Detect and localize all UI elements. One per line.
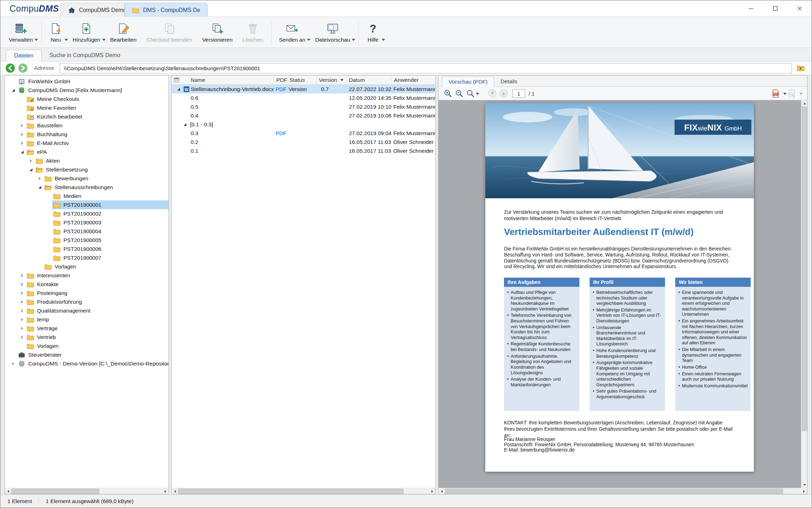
collapse-icon[interactable] — [27, 168, 35, 171]
tree-item-pst201900007[interactable]: PST201900007 — [5, 253, 168, 262]
preview-vertical-scrollbar[interactable] — [801, 100, 807, 488]
tree-item-body[interactable]: ePA — [26, 147, 168, 156]
tree-item-body[interactable]: FixWieNix GmbH — [17, 77, 168, 86]
expand-icon[interactable] — [19, 327, 26, 330]
dateivorschau-button[interactable]: Dateivorschau — [311, 19, 356, 47]
tree-item-body[interactable]: Stellenausschreibungen — [43, 183, 168, 192]
window-tab-compudms-demo[interactable]: CompuDMS Demo — [60, 3, 134, 17]
zoom-dropdown-icon[interactable] — [476, 93, 479, 95]
tab-suche[interactable]: Suche in CompuDMS Demo — [42, 49, 128, 61]
tree-item-pst201900004[interactable]: PST201900004 — [5, 227, 168, 236]
collapse-icon[interactable] — [177, 85, 180, 93]
tree-item-medien[interactable]: Medien — [5, 192, 168, 200]
expand-icon[interactable] — [27, 159, 35, 163]
tree-item-body[interactable]: temp — [26, 315, 168, 324]
panel-splitter[interactable] — [169, 75, 171, 495]
tree-item-buchhaltung[interactable]: Buchhaltung — [5, 130, 168, 139]
tree-item-body[interactable]: CompuDMS Demo [Felix Mustermann] — [17, 86, 168, 95]
tree-item-interessenten[interactable]: Interessenten — [5, 271, 168, 280]
maximize-button[interactable] — [763, 0, 787, 17]
version-row-0-4[interactable]: 0.427.02.2019 10:08Felix Mustermann — [172, 111, 435, 120]
page-number-input[interactable] — [512, 89, 525, 98]
column-header-name[interactable]: Name — [189, 75, 274, 85]
tree-item-body[interactable]: PST201900006 — [52, 244, 168, 253]
tree-item-body[interactable]: E-Mail Archiv — [26, 139, 168, 147]
pdf-export-dropdown-icon[interactable] — [783, 93, 787, 95]
versionieren-button[interactable]: Versionieren — [198, 19, 238, 47]
tree-item-pst201900006[interactable]: PST201900006 — [5, 244, 168, 253]
address-input[interactable]: \\CompuDMS Demo\ePA\Stellenbesetzung\Ste… — [60, 63, 792, 73]
tree-item-vertrieb[interactable]: Vertrieb — [5, 333, 168, 341]
expand-icon[interactable] — [19, 124, 26, 127]
tree-item-epa[interactable]: ePA — [5, 147, 168, 156]
expand-icon[interactable] — [19, 335, 26, 339]
window-tab-dms[interactable]: DMS - CompuDMS De — [124, 3, 208, 17]
tree-item-e-mail-archiv[interactable]: E-Mail Archiv — [5, 139, 168, 147]
expand-icon[interactable] — [19, 318, 26, 321]
zoom-in-icon[interactable] — [443, 89, 453, 98]
tab-dateien[interactable]: Dateien — [6, 50, 42, 61]
tree-item-k-rzlich-bearbeitet[interactable]: Kürzlich bearbeitet — [5, 112, 168, 121]
column-header-version[interactable]: Version — [317, 75, 347, 85]
tree-item-kontakte[interactable]: Kontakte — [5, 280, 168, 289]
tree-selection[interactable]: PST201900001 — [52, 200, 168, 209]
version-row-0-1[interactable]: 0.116.05.2017 11:03Oliver Schneider — [172, 146, 435, 155]
scroll-thumb[interactable] — [11, 489, 99, 494]
tree-item-body[interactable]: Medien — [52, 192, 168, 200]
tree-item-pst201900005[interactable]: PST201900005 — [5, 236, 168, 244]
minimize-button[interactable] — [739, 0, 763, 17]
scroll-right-icon[interactable] — [429, 488, 435, 494]
column-header-anwender[interactable]: Anwender — [392, 75, 435, 85]
preview-horizontal-scrollbar[interactable] — [438, 488, 807, 494]
hilfe-button[interactable]: ? Hilfe — [362, 19, 386, 47]
tree-item-body[interactable]: Produktvorführung — [26, 297, 168, 306]
tree-item-steuerberater[interactable]: Steuerberater — [5, 350, 168, 359]
zoom-out-icon[interactable] — [455, 89, 464, 98]
column-header-pdf[interactable]: PDF — [274, 75, 287, 85]
tree-item-qualit-tsmanagement[interactable]: Qualitätsmanagement — [5, 306, 168, 315]
scroll-thumb[interactable] — [178, 489, 404, 494]
scroll-thumb[interactable] — [445, 489, 783, 494]
version-row-0-5[interactable]: 0.527.02.2019 10:10Felix Mustermann — [172, 102, 435, 111]
tree-item-body[interactable]: Vertrieb — [26, 333, 168, 341]
grid-icon[interactable] — [172, 75, 189, 85]
column-header-status[interactable]: Status — [287, 75, 317, 85]
verwalten-button[interactable]: Verwalten — [5, 19, 38, 47]
tree-item-body[interactable]: PST201900003 — [52, 218, 168, 227]
neu-button[interactable]: Neu — [44, 19, 68, 47]
tree-item-body[interactable]: Akten — [35, 156, 168, 165]
tree-item-vorlagen[interactable]: Vorlagen — [5, 262, 168, 271]
tree-item-akten[interactable]: Akten — [5, 156, 168, 165]
scroll-right-icon[interactable] — [162, 488, 168, 494]
expand-icon[interactable] — [36, 177, 43, 180]
pdf-link[interactable]: PDF — [276, 85, 287, 93]
tree-item-body[interactable]: Bewerbungen — [43, 174, 168, 183]
version-group-row[interactable]: [0.1 - 0.3] — [172, 120, 435, 129]
tree-item-body[interactable]: Qualitätsmanagement — [26, 306, 168, 315]
scroll-left-icon[interactable] — [172, 488, 178, 494]
tree-item-meine-favoriten[interactable]: Meine Favoriten — [5, 103, 168, 112]
tree-horizontal-scrollbar[interactable] — [5, 488, 168, 494]
up-level-button[interactable] — [795, 63, 807, 73]
tree-item-fixwienix-gmbh[interactable]: FixWieNix GmbH — [5, 77, 168, 86]
expand-icon[interactable] — [19, 141, 26, 145]
version-row-0-6[interactable]: 0.612.05.2020 14:35Felix Mustermann — [172, 93, 435, 102]
back-button[interactable] — [5, 63, 15, 73]
panel-splitter[interactable] — [436, 75, 438, 495]
tab-details[interactable]: Details — [494, 76, 523, 86]
tree-item-body[interactable]: PST201900005 — [52, 236, 168, 244]
tree-item-body[interactable]: Vorlagen — [26, 341, 168, 350]
list-horizontal-scrollbar[interactable] — [172, 488, 435, 494]
bearbeiten-button[interactable]: Bearbeiten — [106, 19, 142, 47]
forward-button[interactable] — [18, 63, 28, 73]
scroll-left-icon[interactable] — [5, 488, 11, 494]
tree-item-produktvorf-hrung[interactable]: Produktvorführung — [5, 297, 168, 306]
collapse-icon[interactable] — [19, 151, 26, 153]
collapse-icon[interactable] — [10, 89, 17, 92]
scroll-down-icon[interactable] — [801, 482, 807, 488]
zoom-mode-icon[interactable] — [466, 89, 475, 98]
tree-item-body[interactable]: Buchhaltung — [26, 130, 168, 139]
tree-item-body[interactable]: Kontakte — [26, 280, 168, 289]
tree-item-baustellen[interactable]: Baustellen — [5, 121, 168, 130]
tree-item-body[interactable]: Stellenbesetzung — [35, 165, 168, 174]
